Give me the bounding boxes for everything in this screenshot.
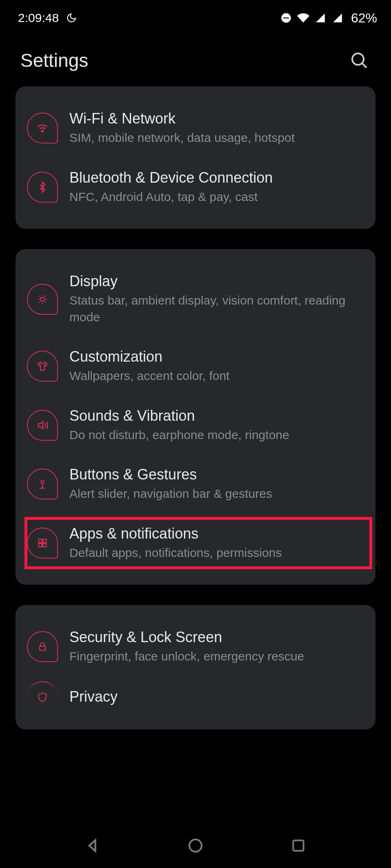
apps-icon: [27, 528, 58, 559]
settings-row-sounds[interactable]: Sounds & Vibration Do not disturb, earph…: [16, 396, 375, 455]
bluetooth-icon: [27, 172, 58, 203]
status-bar: 2:09:48 62%: [0, 0, 391, 29]
row-title: Customization: [69, 348, 361, 365]
svg-rect-8: [43, 539, 46, 542]
svg-rect-10: [43, 543, 46, 547]
settings-row-customization[interactable]: Customization Wallpapers, accent color, …: [16, 337, 375, 396]
row-subtitle: Status bar, ambient display, vision comf…: [69, 292, 361, 325]
brightness-icon: [27, 284, 58, 315]
shirt-icon: [27, 351, 58, 382]
settings-row-security[interactable]: Security & Lock Screen Fingerprint, face…: [16, 617, 375, 676]
svg-point-5: [40, 297, 44, 301]
svg-point-2: [352, 53, 364, 65]
row-title: Buttons & Gestures: [69, 466, 361, 483]
row-subtitle: Do not disturb, earphone mode, ringtone: [69, 427, 361, 444]
settings-list: Wi-Fi & Network SIM, mobile network, dat…: [0, 86, 391, 729]
settings-group: Display Status bar, ambient display, vis…: [16, 249, 375, 585]
row-title: Apps & notifications: [69, 525, 361, 542]
search-button[interactable]: [348, 49, 371, 72]
row-subtitle: NFC, Android Auto, tap & pay, cast: [69, 189, 361, 205]
svg-rect-9: [39, 543, 42, 547]
row-subtitle: Alert slider, navigation bar & gestures: [69, 486, 361, 502]
svg-line-3: [362, 64, 367, 68]
svg-point-4: [42, 130, 43, 132]
back-button[interactable]: [82, 835, 103, 856]
row-title: Display: [69, 273, 361, 290]
settings-row-bluetooth[interactable]: Bluetooth & Device Connection NFC, Andro…: [16, 158, 375, 217]
bedtime-icon: [65, 12, 78, 24]
row-subtitle: Fingerprint, face unlock, emergency resc…: [69, 648, 361, 665]
dnd-icon: [280, 12, 292, 24]
page-header: Settings: [0, 29, 391, 86]
settings-row-buttons[interactable]: Buttons & Gestures Alert slider, navigat…: [16, 455, 375, 514]
wifi-status-icon: [297, 12, 309, 24]
battery-text: 62%: [351, 11, 377, 26]
row-title: Bluetooth & Device Connection: [69, 169, 361, 186]
touch-icon: [27, 468, 58, 499]
home-button[interactable]: [185, 835, 206, 856]
row-title: Sounds & Vibration: [69, 407, 361, 424]
lock-icon: [27, 631, 58, 662]
recents-button[interactable]: [288, 835, 309, 856]
volume-icon: [27, 410, 58, 441]
svg-rect-11: [40, 646, 45, 651]
settings-row-apps[interactable]: Apps & notifications Default apps, notif…: [16, 514, 375, 573]
row-subtitle: SIM, mobile network, data usage, hotspot: [69, 130, 361, 146]
settings-row-privacy[interactable]: Privacy: [16, 676, 375, 717]
row-subtitle: Default apps, notifications, permissions: [69, 545, 361, 561]
svg-point-6: [41, 481, 44, 484]
shield-icon: [27, 681, 58, 712]
settings-group: Security & Lock Screen Fingerprint, face…: [16, 605, 375, 729]
svg-rect-1: [283, 18, 289, 18]
row-title: Wi-Fi & Network: [69, 110, 361, 127]
row-subtitle: Wallpapers, accent color, font: [69, 368, 361, 384]
wifi-icon: [27, 113, 58, 144]
signal-1-icon: [314, 12, 327, 24]
signal-2-icon: [331, 12, 344, 24]
navigation-bar: [0, 823, 391, 868]
clock-text: 2:09:48: [18, 11, 59, 25]
svg-rect-13: [293, 840, 303, 850]
settings-row-wifi[interactable]: Wi-Fi & Network SIM, mobile network, dat…: [16, 99, 375, 158]
settings-group: Wi-Fi & Network SIM, mobile network, dat…: [16, 86, 375, 229]
row-title: Security & Lock Screen: [69, 629, 361, 646]
row-title: Privacy: [69, 688, 361, 705]
svg-point-12: [189, 839, 202, 852]
page-title: Settings: [20, 49, 88, 71]
svg-rect-7: [39, 539, 42, 542]
settings-row-display[interactable]: Display Status bar, ambient display, vis…: [16, 261, 375, 337]
